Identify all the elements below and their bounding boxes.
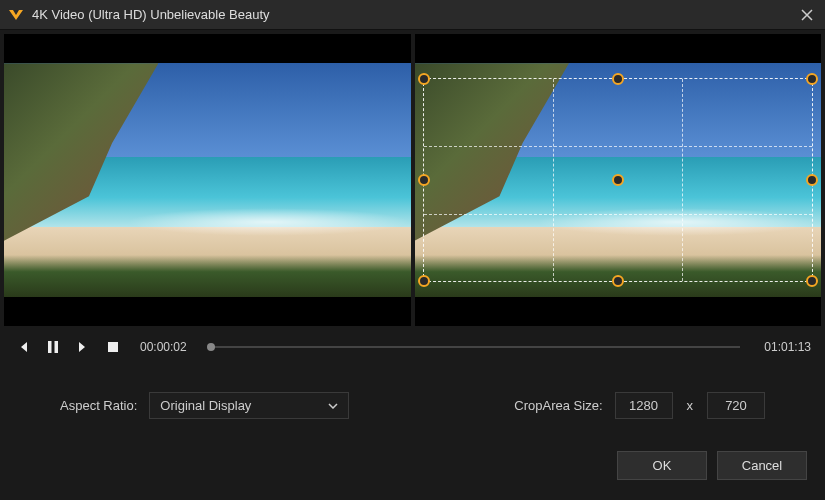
crop-handle-right[interactable] [806,174,818,186]
current-time: 00:00:02 [140,340,187,354]
aspect-ratio-label: Aspect Ratio: [60,398,137,413]
prev-frame-button[interactable] [14,338,32,356]
svg-rect-1 [55,341,59,353]
original-preview-pane [4,34,411,326]
croparea-size-label: CropArea Size: [514,398,602,413]
pause-button[interactable] [44,338,62,356]
pause-icon [47,340,59,354]
seek-bar[interactable] [211,346,741,348]
svg-rect-2 [108,342,118,352]
dialog-footer: OK Cancel [0,437,825,494]
video-frame-original [4,63,411,297]
total-duration: 01:01:13 [764,340,811,354]
close-button[interactable] [797,5,817,25]
crop-settings-row: Aspect Ratio: Original Display CropArea … [0,374,825,437]
app-logo-icon [8,7,24,23]
crop-handle-bottom-right[interactable] [806,275,818,287]
cancel-button[interactable]: Cancel [717,451,807,480]
stop-button[interactable] [104,338,122,356]
crop-handle-bottom[interactable] [612,275,624,287]
next-frame-button[interactable] [74,338,92,356]
crop-preview-pane[interactable] [415,34,822,326]
step-back-icon [16,340,30,354]
step-forward-icon [76,340,90,354]
crop-handle-top-left[interactable] [418,73,430,85]
crop-handle-top[interactable] [612,73,624,85]
crop-handle-top-right[interactable] [806,73,818,85]
window-title: 4K Video (Ultra HD) Unbelievable Beauty [32,7,797,22]
dimension-separator: x [687,398,694,413]
seek-handle[interactable] [207,343,215,351]
chevron-down-icon [328,403,338,409]
stop-icon [107,341,119,353]
ok-button[interactable]: OK [617,451,707,480]
crop-height-input[interactable]: 720 [707,392,765,419]
crop-handle-left[interactable] [418,174,430,186]
playback-controls: 00:00:02 01:01:13 [0,326,825,374]
titlebar: 4K Video (Ultra HD) Unbelievable Beauty [0,0,825,30]
crop-handle-bottom-left[interactable] [418,275,430,287]
svg-rect-0 [48,341,52,353]
close-icon [801,9,813,21]
aspect-ratio-select[interactable]: Original Display [149,392,349,419]
preview-area [0,30,825,326]
crop-handle-center[interactable] [612,174,624,186]
aspect-ratio-value: Original Display [160,398,251,413]
crop-width-input[interactable]: 1280 [615,392,673,419]
